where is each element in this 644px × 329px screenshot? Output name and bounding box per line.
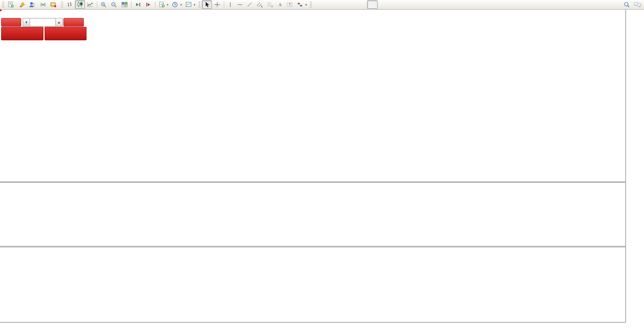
buy-button[interactable] — [63, 18, 84, 26]
timeframe-m1-button[interactable] — [313, 0, 324, 9]
timeframe-m15-button[interactable] — [335, 0, 345, 9]
timeframe-m5-button[interactable] — [324, 0, 334, 9]
dropdown-caret-icon: ▾ — [194, 3, 195, 7]
pane-separator[interactable] — [0, 182, 644, 183]
price-axis[interactable] — [626, 10, 644, 322]
search-icon — [623, 2, 630, 8]
chart-shift-button[interactable] — [143, 0, 153, 9]
candlestick-chart-button[interactable] — [75, 0, 85, 9]
time-axis[interactable] — [0, 322, 644, 329]
tile-windows-button[interactable] — [120, 0, 130, 9]
person-chart-icon — [29, 2, 36, 8]
volume-input[interactable] — [30, 18, 55, 26]
timeframe-m30-button[interactable] — [346, 0, 356, 9]
timeframe-h4-button[interactable] — [367, 0, 378, 9]
autotrading-icon — [50, 2, 57, 8]
toolbar-separator — [224, 1, 224, 8]
chat-bubbles-icon — [634, 2, 641, 8]
indicators-button[interactable]: ▾ — [157, 0, 170, 9]
zoom-out-icon — [111, 2, 118, 8]
svg-text:F: F — [271, 5, 273, 8]
volume-down-button[interactable]: ▼ — [23, 18, 30, 26]
auto-scroll-button[interactable] — [133, 0, 143, 9]
toolbar-grip[interactable] — [61, 2, 63, 8]
horizontal-line-button[interactable] — [235, 0, 245, 9]
svg-text:T: T — [289, 3, 291, 7]
chart-shift-icon — [145, 2, 152, 8]
indicators-icon — [158, 2, 165, 8]
timeframe-h1-button[interactable] — [356, 0, 367, 9]
svg-text:A: A — [278, 2, 282, 7]
rsi-label — [2, 248, 5, 253]
toolbar-grip[interactable] — [310, 2, 312, 8]
crayon-icon — [19, 2, 26, 8]
line-chart-button[interactable] — [85, 0, 95, 9]
text-button[interactable]: A — [275, 0, 285, 9]
sell-price-box[interactable] — [1, 27, 43, 40]
equidistant-channel-button[interactable]: E — [255, 0, 265, 9]
triangle-up-icon: ▲ — [58, 21, 61, 24]
profiles-button[interactable] — [17, 0, 27, 9]
zoom-in-icon — [100, 2, 107, 8]
vertical-line-icon — [228, 2, 233, 8]
toolbar-separator — [155, 1, 155, 8]
trendline-button[interactable] — [245, 0, 254, 9]
periods-button[interactable]: ▾ — [170, 0, 183, 9]
dropdown-caret-icon: ▾ — [180, 3, 182, 7]
triangle-down-icon: ▼ — [25, 21, 28, 24]
pane-separator[interactable] — [0, 246, 644, 247]
template-chart-icon — [185, 2, 192, 8]
candlestick-chart-icon — [77, 2, 83, 8]
one-click-trading-panel: ▼ ▲ — [1, 18, 87, 41]
zoom-out-button[interactable] — [109, 0, 119, 9]
chart-title — [2, 12, 4, 17]
timeframe-w1-button[interactable] — [389, 0, 399, 9]
toolbar: ▾ ▾ ▾ E F A T ▾ — [0, 0, 644, 10]
zoom-in-button[interactable] — [99, 0, 109, 9]
trendline-icon — [246, 2, 253, 8]
community-button[interactable] — [28, 0, 38, 9]
fibonacci-button[interactable]: F — [265, 0, 275, 9]
line-chart-icon — [87, 2, 94, 8]
timeframe-mn-button[interactable] — [399, 0, 410, 9]
fibonacci-icon: F — [266, 2, 273, 8]
toolbar-grip[interactable] — [198, 2, 200, 8]
svg-text:E: E — [261, 5, 263, 8]
search-button[interactable] — [622, 0, 632, 9]
bar-chart-button[interactable] — [65, 0, 75, 9]
arrows-button[interactable]: ▾ — [295, 0, 308, 9]
timeframe-d1-button[interactable] — [378, 0, 388, 9]
price-callout[interactable] — [0, 10, 2, 11]
chart-window: ▼ ▲ — [0, 10, 644, 329]
autotrading-button[interactable] — [48, 0, 60, 9]
arrows-icon — [297, 2, 304, 8]
text-icon: A — [277, 2, 283, 8]
buy-price-box[interactable] — [45, 27, 87, 40]
crosshair-icon — [214, 2, 221, 8]
toolbar-separator — [97, 1, 97, 8]
signals-button[interactable] — [38, 0, 48, 9]
tile-windows-icon — [121, 2, 128, 8]
chart-canvas[interactable] — [0, 10, 626, 322]
auto-scroll-icon — [135, 2, 141, 8]
dropdown-caret-icon: ▾ — [167, 3, 168, 7]
toolbar-grip[interactable] — [2, 2, 4, 8]
vertical-line-button[interactable] — [226, 0, 235, 9]
templates-button[interactable]: ▾ — [184, 0, 197, 9]
toolbar-separator — [131, 1, 131, 8]
horizontal-line-icon — [237, 2, 243, 8]
text-label-button[interactable]: T — [285, 0, 295, 9]
new-order-icon — [7, 2, 14, 8]
channel-icon: E — [256, 2, 263, 8]
chat-button[interactable] — [632, 0, 643, 9]
sell-button[interactable] — [1, 18, 21, 26]
cursor-button[interactable] — [202, 0, 212, 9]
bar-chart-icon — [66, 2, 73, 8]
text-label-icon: T — [286, 2, 293, 8]
signal-icon — [40, 2, 47, 8]
clock-icon — [172, 2, 179, 8]
volume-up-button[interactable]: ▲ — [55, 18, 63, 26]
new-order-button[interactable] — [6, 0, 17, 9]
crosshair-button[interactable] — [212, 0, 222, 9]
dropdown-caret-icon: ▾ — [305, 3, 307, 7]
